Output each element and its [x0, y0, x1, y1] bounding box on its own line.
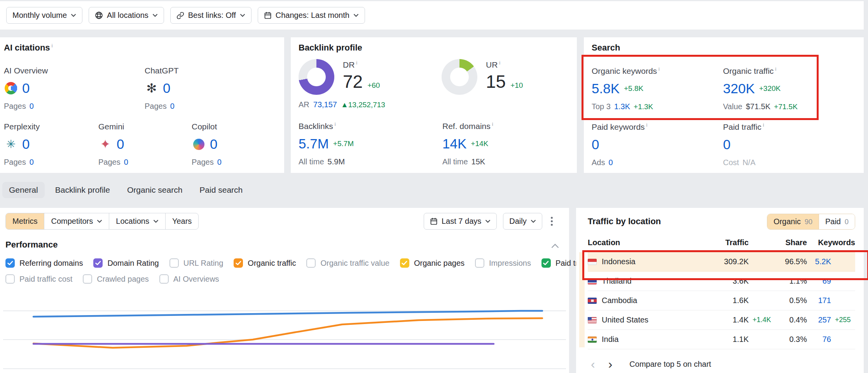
pages-count[interactable]: 0 — [30, 102, 34, 111]
column-keywords[interactable]: Keywords — [807, 238, 855, 247]
metric-checkbox-organic-pages[interactable]: Organic pages — [400, 258, 465, 268]
organic-keywords-block: Organic keywordsi 5.8K+5.8K Top 31.3K+1.… — [592, 66, 660, 111]
pages-count[interactable]: 0 — [30, 158, 34, 167]
column-location[interactable]: Location — [588, 238, 712, 247]
toggle-paid[interactable]: Paid0 — [819, 214, 855, 229]
compare-top5-link[interactable]: Compare top 5 on chart — [629, 360, 711, 369]
keywords-value[interactable]: 5.2K — [807, 257, 831, 266]
keywords-value[interactable]: 69 — [807, 277, 831, 286]
checkbox-icon — [169, 258, 179, 268]
info-icon: i — [646, 122, 648, 128]
location-name: Cambodia — [602, 296, 637, 305]
toggle-organic[interactable]: Organic90 — [767, 214, 819, 229]
organic-traffic-value[interactable]: 320K — [723, 81, 755, 96]
column-traffic[interactable]: Traffic — [712, 238, 749, 247]
date-range-label: Last 7 days — [442, 217, 481, 226]
segmented-control: MetricsCompetitorsLocationsYears — [5, 213, 199, 230]
monthly-volume-filter[interactable]: Monthly volume — [6, 7, 82, 24]
keywords-value[interactable]: 76 — [807, 335, 831, 344]
paid-traffic-block: Paid traffici 0 CostN/A — [723, 122, 764, 167]
tab-general[interactable]: General — [2, 182, 45, 198]
backlinks-value[interactable]: 5.7M — [299, 136, 329, 152]
all-time-value: 5.9M — [328, 157, 345, 166]
location-cell: Thailand — [588, 277, 712, 286]
keywords-value[interactable]: 257 — [807, 315, 831, 324]
tab-paid-search[interactable]: Paid search — [193, 182, 249, 198]
tab-backlink-profile[interactable]: Backlink profile — [49, 182, 117, 198]
next-page-icon[interactable]: › — [608, 358, 613, 370]
ar-value[interactable]: 73,157 — [313, 100, 337, 109]
checkbox-icon — [234, 258, 243, 268]
changes-filter[interactable]: Changes: Last month — [258, 7, 365, 24]
locations-filter[interactable]: All locations — [89, 7, 164, 24]
metric-label: Organic traffic value — [320, 259, 389, 268]
paid-keywords-value[interactable]: 0 — [592, 137, 599, 152]
row-accent-strip — [579, 252, 585, 347]
more-options-icon[interactable] — [548, 214, 555, 228]
share-value: 96.5% — [776, 257, 807, 266]
traffic-value: 1.6K — [712, 296, 749, 305]
ref-domains-value[interactable]: 14K — [442, 136, 466, 152]
citations-count: 0 — [210, 136, 217, 152]
flag-icon-id — [588, 259, 597, 265]
granularity-button[interactable]: Daily — [503, 213, 542, 230]
pages-count[interactable]: 0 — [124, 158, 128, 167]
traffic-value: 309.2K — [712, 257, 749, 266]
toggle-label: Paid — [825, 217, 841, 226]
metric-checkbox-referring-domains[interactable]: Referring domains — [5, 258, 83, 268]
ads-count[interactable]: 0 — [608, 158, 613, 167]
chatgpt-icon: ✻ — [145, 81, 159, 95]
prev-page-icon[interactable]: ‹ — [591, 358, 595, 370]
keywords-value[interactable]: 171 — [807, 296, 831, 305]
table-row-india[interactable]: India1.1K0.3%76 — [588, 330, 855, 349]
segment-metrics[interactable]: Metrics — [6, 213, 44, 229]
metric-checkbox-impressions[interactable]: Impressions — [475, 258, 531, 268]
performance-chart[interactable] — [0, 298, 569, 373]
engine-perplexity: Perplexity ✳0 Pages0 — [4, 122, 40, 167]
paid-keywords-block: Paid keywordsi 0 Ads0 — [592, 122, 647, 167]
info-icon: i — [52, 43, 53, 49]
table-row-cambodia[interactable]: Cambodia1.6K0.5%171 — [588, 291, 855, 310]
pages-count[interactable]: 0 — [170, 102, 175, 111]
flag-icon-kh — [588, 298, 597, 304]
ar-change: ▲13,252,713 — [341, 101, 385, 109]
metric-checkbox-ai-overviews[interactable]: AI Overviews — [159, 274, 219, 284]
metric-checkbox-row: Referring domainsDomain RatingURL Rating… — [5, 258, 566, 268]
column-share[interactable]: Share — [776, 238, 807, 247]
segment-locations[interactable]: Locations — [109, 213, 165, 229]
table-row-indonesia[interactable]: Indonesia309.2K96.5%5.2K — [588, 252, 855, 272]
engine-ai-overview: AI Overview 0 Pages0 — [4, 66, 48, 111]
top3-value[interactable]: 1.3K — [614, 102, 630, 111]
segment-competitors[interactable]: Competitors — [44, 213, 109, 229]
metric-checkbox-domain-rating[interactable]: Domain Rating — [93, 258, 159, 268]
citations-count: 0 — [22, 80, 30, 96]
filter-label: Changes: Last month — [276, 11, 349, 20]
paid-traffic-value[interactable]: 0 — [723, 137, 730, 152]
traffic-change: +1.4K — [749, 316, 776, 324]
pages-count[interactable]: 0 — [217, 158, 222, 167]
traffic-by-location-card: Traffic by location Organic90Paid0 Locat… — [576, 208, 864, 373]
citations-count: 0 — [117, 136, 124, 152]
best-links-filter[interactable]: Best links: Off — [170, 7, 251, 24]
segment-label: Metrics — [12, 217, 37, 226]
metric-checkbox-organic-traffic-value[interactable]: Organic traffic value — [306, 258, 389, 268]
organic-keywords-value[interactable]: 5.8K — [592, 81, 620, 96]
collapse-section-icon[interactable] — [551, 243, 559, 250]
metric-checkbox-crawled-pages[interactable]: Crawled pages — [83, 274, 148, 284]
calendar-icon — [430, 218, 438, 225]
tab-organic-search[interactable]: Organic search — [121, 182, 189, 198]
table-row-thailand[interactable]: Thailand3.6K1.1%69 — [588, 272, 855, 291]
metric-checkbox-url-rating[interactable]: URL Rating — [169, 258, 224, 268]
metric-checkbox-organic-traffic[interactable]: Organic traffic — [234, 258, 296, 268]
search-title: Search — [592, 43, 620, 53]
top-toolbar: Monthly volume All locations Best links:… — [0, 1, 864, 30]
location-name: India — [602, 335, 618, 344]
location-cell: United States — [588, 315, 712, 324]
date-range-button[interactable]: Last 7 days — [424, 213, 497, 230]
segment-years[interactable]: Years — [165, 213, 198, 229]
table-row-united-states[interactable]: United States1.4K+1.4K0.4%257+255 — [588, 310, 855, 330]
checkbox-icon — [93, 258, 103, 268]
metric-checkbox-paid-traffic-cost[interactable]: Paid traffic cost — [5, 274, 72, 284]
ur-donut — [442, 59, 477, 95]
domain-rating-block: DRi 72+60 — [343, 60, 380, 92]
